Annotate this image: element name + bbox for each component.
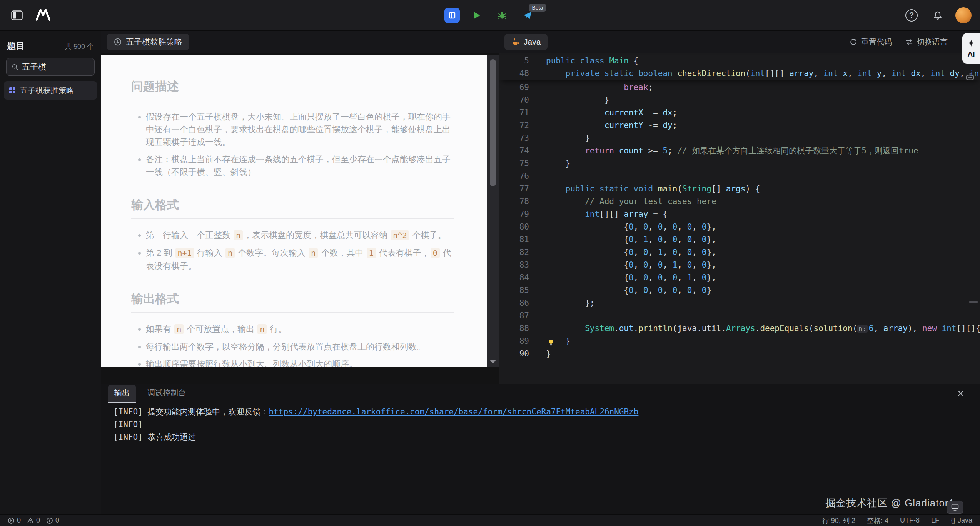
sidebar-toggle-button[interactable] bbox=[8, 7, 25, 24]
code-content[interactable]: currentY -= dy; bbox=[546, 119, 980, 132]
code-line[interactable]: 5public class Main { bbox=[499, 55, 980, 67]
code-line[interactable]: 70 } bbox=[499, 94, 980, 107]
warning-count[interactable]: 0 bbox=[27, 516, 40, 524]
code-content[interactable]: return count >= 5; // 如果在某个方向上连续相同的棋子数量大… bbox=[546, 145, 980, 157]
line-number[interactable]: 5 bbox=[499, 55, 546, 67]
code-line[interactable]: 82 {0, 0, 1, 0, 0, 0}, bbox=[499, 246, 980, 259]
code-line[interactable]: 84 {0, 0, 0, 0, 1, 0}, bbox=[499, 271, 980, 284]
code-content[interactable]: private static boolean checkDirection(in… bbox=[546, 67, 980, 80]
code-content[interactable]: int[][] array = { bbox=[546, 208, 980, 221]
code-editor[interactable]: 5public class Main {48 private static bo… bbox=[499, 53, 980, 384]
line-number[interactable]: 72 bbox=[499, 119, 546, 132]
line-number[interactable]: 77 bbox=[499, 183, 546, 195]
code-content[interactable]: currentX -= dx; bbox=[546, 107, 980, 119]
line-number[interactable]: 70 bbox=[499, 94, 546, 107]
code-content[interactable]: {0, 1, 0, 0, 0, 0}, bbox=[546, 233, 980, 246]
search-box[interactable] bbox=[6, 58, 95, 76]
line-number[interactable]: 81 bbox=[499, 233, 546, 246]
line-number[interactable]: 74 bbox=[499, 145, 546, 157]
lightbulb-icon[interactable] bbox=[548, 337, 554, 344]
code-line[interactable]: 76 bbox=[499, 170, 980, 183]
code-content[interactable]: } bbox=[546, 157, 980, 170]
layout-button[interactable] bbox=[444, 8, 460, 23]
user-avatar[interactable] bbox=[955, 7, 972, 23]
tab-java[interactable]: Java bbox=[504, 34, 548, 50]
code-content[interactable]: // Add your test cases here bbox=[546, 195, 980, 208]
code-content[interactable] bbox=[546, 310, 980, 322]
line-number[interactable]: 82 bbox=[499, 246, 546, 259]
line-number[interactable]: 89 bbox=[499, 335, 546, 348]
code-content[interactable]: {0, 0, 0, 1, 0, 0}, bbox=[546, 259, 980, 271]
tab-output[interactable]: 输出 bbox=[108, 385, 136, 403]
code-content[interactable]: {0, 0, 0, 0, 1, 0}, bbox=[546, 271, 980, 284]
code-line[interactable]: 48 private static boolean checkDirection… bbox=[499, 67, 980, 80]
info-count[interactable]: 0 bbox=[46, 516, 59, 524]
run-button[interactable] bbox=[468, 7, 485, 24]
line-number[interactable]: 69 bbox=[499, 81, 546, 94]
code-content[interactable]: {0, 0, 0, 0, 0, 0} bbox=[546, 284, 980, 297]
code-line[interactable]: 90} bbox=[499, 348, 980, 360]
line-number[interactable]: 87 bbox=[499, 310, 546, 322]
line-number[interactable]: 86 bbox=[499, 297, 546, 310]
ai-assistant-button[interactable]: AI bbox=[962, 33, 980, 64]
line-number[interactable]: 75 bbox=[499, 157, 546, 170]
submit-button[interactable]: Beta bbox=[519, 7, 536, 24]
line-number[interactable]: 48 bbox=[499, 67, 546, 80]
language-mode[interactable]: {} Java bbox=[951, 516, 972, 524]
code-content[interactable]: break; bbox=[546, 81, 980, 94]
scrollbar-down-arrow[interactable] bbox=[490, 360, 496, 364]
line-number[interactable]: 80 bbox=[499, 221, 546, 233]
code-line[interactable]: 72 currentY -= dy; bbox=[499, 119, 980, 132]
scrollbar-thumb[interactable] bbox=[490, 59, 496, 186]
encoding[interactable]: UTF-8 bbox=[900, 516, 920, 524]
search-input[interactable] bbox=[22, 62, 90, 72]
code-line[interactable]: 78 // Add your test cases here bbox=[499, 195, 980, 208]
code-line[interactable]: 87 bbox=[499, 310, 980, 322]
feedback-link[interactable]: https://bytedance.larkoffice.com/share/b… bbox=[269, 407, 639, 416]
sidebar-item-problem[interactable]: 五子棋获胜策略 bbox=[4, 81, 97, 100]
code-line[interactable]: 74 return count >= 5; // 如果在某个方向上连续相同的棋子… bbox=[499, 145, 980, 157]
indent-setting[interactable]: 空格: 4 bbox=[867, 516, 888, 525]
code-line[interactable]: 75 } bbox=[499, 157, 980, 170]
code-line[interactable]: 89 } bbox=[499, 335, 980, 348]
notifications-button[interactable] bbox=[929, 7, 946, 24]
code-line[interactable]: 77 public static void main(String[] args… bbox=[499, 183, 980, 195]
help-button[interactable]: ? bbox=[903, 7, 920, 24]
line-number[interactable]: 71 bbox=[499, 107, 546, 119]
debug-button[interactable] bbox=[494, 7, 511, 24]
line-number[interactable]: 73 bbox=[499, 132, 546, 145]
code-content[interactable]: } bbox=[546, 94, 980, 107]
eol-setting[interactable]: LF bbox=[931, 516, 939, 524]
line-number[interactable]: 88 bbox=[499, 322, 546, 335]
line-number[interactable]: 85 bbox=[499, 284, 546, 297]
code-line[interactable]: 69 break; bbox=[499, 81, 980, 94]
code-content[interactable]: public class Main { bbox=[546, 55, 980, 67]
scrollbar-mark[interactable] bbox=[969, 301, 978, 303]
statusbar-problems[interactable]: 0 0 0 bbox=[8, 516, 59, 524]
code-content[interactable]: {0, 0, 0, 0, 0, 0}, bbox=[546, 221, 980, 233]
cursor-position[interactable]: 行 90, 列 2 bbox=[822, 516, 855, 525]
code-line[interactable]: 86 }; bbox=[499, 297, 980, 310]
switch-language-button[interactable]: 切换语言 bbox=[905, 37, 948, 47]
line-number[interactable]: 83 bbox=[499, 259, 546, 271]
problem-tab[interactable]: 五子棋获胜策略 bbox=[107, 34, 189, 50]
code-content[interactable]: } bbox=[546, 348, 980, 360]
code-line[interactable]: 81 {0, 1, 0, 0, 0, 0}, bbox=[499, 233, 980, 246]
code-line[interactable]: 71 currentX -= dx; bbox=[499, 107, 980, 119]
line-number[interactable]: 90 bbox=[499, 348, 546, 360]
robot-button[interactable] bbox=[962, 71, 980, 82]
problem-scrollbar[interactable] bbox=[487, 55, 499, 367]
code-content[interactable]: }; bbox=[546, 297, 980, 310]
code-content[interactable]: public static void main(String[] args) { bbox=[546, 183, 980, 195]
code-line[interactable]: 80 {0, 0, 0, 0, 0, 0}, bbox=[499, 221, 980, 233]
tab-debug-console[interactable]: 调试控制台 bbox=[141, 385, 192, 403]
code-line[interactable]: 79 int[][] array = { bbox=[499, 208, 980, 221]
code-content[interactable] bbox=[546, 170, 980, 183]
code-line[interactable]: 73 } bbox=[499, 132, 980, 145]
line-number[interactable]: 76 bbox=[499, 170, 546, 183]
code-content[interactable]: System.out.println(java.util.Arrays.deep… bbox=[546, 322, 980, 335]
line-number[interactable]: 79 bbox=[499, 208, 546, 221]
reset-code-button[interactable]: 重置代码 bbox=[849, 37, 892, 47]
line-number[interactable]: 78 bbox=[499, 195, 546, 208]
code-content[interactable]: } bbox=[546, 335, 980, 348]
